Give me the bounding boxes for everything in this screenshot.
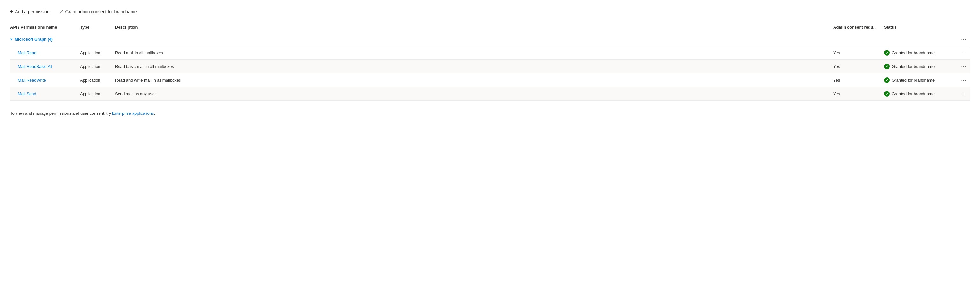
footer: To view and manage permissions and user … [10,111,970,116]
type-cell: Application [80,46,115,60]
admin-consent-cell: Yes [833,60,884,73]
chevron-down-icon: ∨ [10,37,13,41]
permission-name-cell: Mail.ReadWrite [10,73,80,87]
plus-icon: + [10,9,13,14]
grant-consent-label: Grant admin consent for brandname [65,9,137,14]
table-row: Mail.Read Application Read mail in all m… [10,46,970,60]
description-cell: Read mail in all mailboxes [115,46,833,60]
status-text: Granted for brandname [892,78,935,83]
footer-text-after-link: . [154,111,155,116]
granted-icon [884,64,890,69]
col-header-admin-consent: Admin consent requ... [833,22,884,32]
admin-consent-cell: Yes [833,87,884,101]
table-header-row: API / Permissions name Type Description … [10,22,970,32]
status-text: Granted for brandname [892,91,935,96]
row-more-button[interactable]: ··· [959,49,969,56]
col-header-status: Status [884,22,954,32]
status-cell: Granted for brandname [884,46,954,60]
table-row: Mail.ReadWrite Application Read and writ… [10,73,970,87]
table-row: Mail.ReadBasic.All Application Read basi… [10,60,970,73]
enterprise-applications-link[interactable]: Enterprise applications [112,111,154,116]
row-more-cell: ··· [954,73,970,87]
admin-consent-cell: Yes [833,73,884,87]
col-header-api-permissions: API / Permissions name [10,22,80,32]
add-permission-button[interactable]: + Add a permission [10,8,49,16]
group-more-button[interactable]: ··· [959,36,969,43]
row-more-button[interactable]: ··· [959,90,969,97]
permission-name-cell: Mail.Read [10,46,80,60]
add-permission-label: Add a permission [15,9,49,14]
group-name[interactable]: Microsoft Graph (4) [14,37,53,41]
description-cell: Read basic mail in all mailboxes [115,60,833,73]
table-row: Mail.Send Application Send mail as any u… [10,87,970,101]
col-header-description: Description [115,22,833,32]
permission-link-mail-readbasic-all[interactable]: Mail.ReadBasic.All [10,64,52,69]
grant-consent-button[interactable]: ✓ Grant admin consent for brandname [60,8,137,16]
permission-link-mail-send[interactable]: Mail.Send [10,91,36,96]
status-text: Granted for brandname [892,51,935,55]
permission-name-cell: Mail.Send [10,87,80,101]
row-more-button[interactable]: ··· [959,77,969,84]
type-cell: Application [80,87,115,101]
type-cell: Application [80,73,115,87]
status-text: Granted for brandname [892,64,935,69]
granted-icon [884,50,890,56]
row-more-cell: ··· [954,60,970,73]
footer-text-before-link: To view and manage permissions and user … [10,111,112,116]
row-more-cell: ··· [954,87,970,101]
group-row-microsoft-graph: ∨ Microsoft Graph (4) ··· [10,32,970,46]
status-cell: Granted for brandname [884,60,954,73]
toolbar: + Add a permission ✓ Grant admin consent… [10,8,970,16]
granted-icon [884,77,890,83]
permissions-table: API / Permissions name Type Description … [10,22,970,101]
col-header-actions [954,22,970,32]
permission-link-mail-readwrite[interactable]: Mail.ReadWrite [10,78,46,83]
granted-icon [884,91,890,97]
description-cell: Send mail as any user [115,87,833,101]
group-label: ∨ Microsoft Graph (4) [10,37,954,41]
type-cell: Application [80,60,115,73]
group-label-cell: ∨ Microsoft Graph (4) [10,32,954,46]
description-cell: Read and write mail in all mailboxes [115,73,833,87]
checkmark-icon: ✓ [60,9,64,14]
permission-name-cell: Mail.ReadBasic.All [10,60,80,73]
status-cell: Granted for brandname [884,87,954,101]
permission-link-mail-read[interactable]: Mail.Read [10,51,37,55]
admin-consent-cell: Yes [833,46,884,60]
status-cell: Granted for brandname [884,73,954,87]
row-more-cell: ··· [954,46,970,60]
group-more-cell: ··· [954,32,970,46]
col-header-type: Type [80,22,115,32]
row-more-button[interactable]: ··· [959,63,969,70]
